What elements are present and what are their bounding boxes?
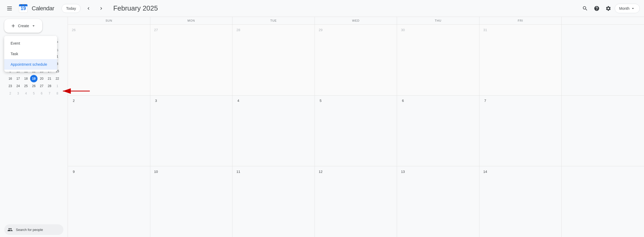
cal-cell[interactable]: 3 [150,96,233,166]
calendar-main: SUN MON TUE WED THU FRI 26 27 28 29 30 3… [68,17,644,237]
month-title: February 2025 [113,4,572,12]
cal-date[interactable]: 5 [317,97,324,105]
mini-cal-day[interactable]: 17 [15,75,22,82]
header-actions: Month [580,3,640,14]
mini-cal-day[interactable]: 28 [46,82,53,90]
mini-cal-day[interactable]: 1 [54,82,61,90]
mini-cal-day[interactable]: 2 [7,90,14,97]
cal-date[interactable] [564,26,571,34]
mini-cal-day[interactable]: 8 [54,90,61,97]
view-selector-button[interactable]: Month [615,4,640,13]
cal-cell[interactable]: 6 [397,96,479,166]
cal-date[interactable]: 11 [235,168,242,175]
cal-cell[interactable]: 31 [479,25,562,95]
cal-cell[interactable]: 7 [479,96,562,166]
mini-cal-day[interactable]: 26 [30,82,38,90]
cal-date[interactable]: 29 [317,26,324,34]
cal-date[interactable]: 13 [399,168,407,175]
day-header-tue: TUE [232,17,315,24]
cal-cell[interactable] [562,96,644,166]
search-button[interactable] [580,3,590,14]
mini-cal-day[interactable]: 25 [22,82,30,90]
cal-date[interactable]: 14 [482,168,489,175]
svg-rect-1 [7,8,12,9]
svg-rect-2 [7,10,12,10]
settings-button[interactable] [603,3,614,14]
cal-date[interactable]: 28 [235,26,242,34]
cal-date[interactable] [564,97,571,105]
day-headers-row: SUN MON TUE WED THU FRI [68,17,644,25]
cal-date[interactable]: 4 [235,97,242,105]
view-selector-label: Month [619,6,629,11]
cal-date[interactable]: 30 [399,26,407,34]
mini-cal-day[interactable]: 16 [7,75,14,82]
mini-cal-day[interactable]: 27 [38,82,45,90]
cal-cell[interactable]: 29 [315,25,397,95]
week-row: 26 27 28 29 30 31 [68,25,644,96]
day-header-thu: THU [397,17,479,24]
weeks-container: 26 27 28 29 30 31 2 3 4 5 6 7 9 10 [68,25,644,237]
cal-cell[interactable] [562,25,644,95]
week-row: 2 3 4 5 6 7 [68,96,644,167]
cal-cell[interactable]: 26 [68,25,150,95]
cal-date[interactable]: 10 [152,168,160,175]
mini-cal-day[interactable]: 3 [15,90,22,97]
mini-cal-day[interactable]: 18 [22,75,30,82]
cal-cell[interactable]: 2 [68,96,150,166]
hamburger-button[interactable] [4,3,15,14]
cal-cell[interactable]: 13 [397,166,479,237]
cal-cell[interactable]: 27 [150,25,233,95]
sidebar: Create Event Task Appointment schedule F… [0,17,68,237]
day-header-sun: SUN [68,17,150,24]
cal-date[interactable]: 27 [152,26,160,34]
cal-cell[interactable]: 14 [479,166,562,237]
cal-date[interactable]: 6 [399,97,407,105]
mini-cal-day[interactable]: 21 [46,75,53,82]
main-layout: Create Event Task Appointment schedule F… [0,17,644,237]
cal-cell[interactable]: 12 [315,166,397,237]
mini-cal-day[interactable]: 20 [38,75,45,82]
dropdown-item-task[interactable]: Task [4,49,57,59]
mini-cal-day[interactable]: 19 [30,75,38,82]
cal-date[interactable]: 3 [152,97,160,105]
create-label: Create [18,24,29,28]
prev-month-button[interactable] [84,4,93,13]
cal-date[interactable]: 12 [317,168,324,175]
create-dropdown-menu: Event Task Appointment schedule [4,36,57,72]
app-title: Calendar [32,5,54,12]
svg-rect-0 [7,7,12,7]
cal-cell[interactable]: 10 [150,166,233,237]
mini-cal-day[interactable]: 23 [7,82,14,90]
next-month-button[interactable] [96,4,106,13]
mini-cal-day[interactable]: 22 [54,75,61,82]
day-header-sat [562,17,644,24]
cal-cell[interactable]: 11 [232,166,315,237]
cal-date[interactable]: 2 [70,97,77,105]
cal-date[interactable]: 9 [70,168,77,175]
mini-cal-day[interactable]: 4 [22,90,30,97]
svg-point-7 [21,4,22,5]
dropdown-item-appointment[interactable]: Appointment schedule [4,59,57,70]
cal-cell[interactable]: 4 [232,96,315,166]
search-people-button[interactable]: Search for people [4,224,63,235]
mini-cal-day[interactable]: 7 [46,90,53,97]
cal-cell[interactable]: 30 [397,25,479,95]
cal-cell[interactable]: 28 [232,25,315,95]
cal-date[interactable]: 26 [70,26,77,34]
day-header-mon: MON [150,17,233,24]
help-button[interactable] [591,3,602,14]
today-button[interactable]: Today [62,4,80,13]
cal-date[interactable] [564,168,571,175]
cal-date[interactable]: 7 [482,97,489,105]
cal-cell[interactable]: 9 [68,166,150,237]
mini-cal-day[interactable]: 5 [30,90,38,97]
cal-cell[interactable]: 5 [315,96,397,166]
day-header-wed: WED [315,17,397,24]
cal-date[interactable]: 31 [482,26,489,34]
create-button[interactable]: Create [4,19,42,33]
cal-cell[interactable] [562,166,644,237]
mini-cal-day[interactable]: 24 [15,82,22,90]
dropdown-item-event[interactable]: Event [4,38,57,49]
mini-cal-day[interactable]: 6 [38,90,45,97]
search-people-label: Search for people [16,228,43,232]
